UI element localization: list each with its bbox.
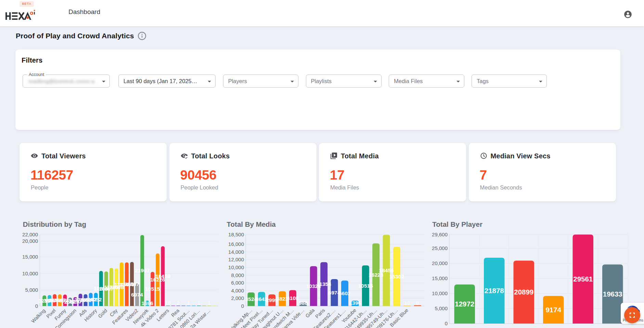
svg-text:11354: 11354	[317, 281, 332, 287]
svg-text:19633: 19633	[603, 290, 622, 298]
svg-text:Gold: Gold	[97, 308, 108, 319]
svg-text:18456: 18456	[379, 267, 394, 273]
svg-text:3642: 3642	[256, 296, 267, 302]
svg-text:20899: 20899	[514, 288, 533, 296]
svg-text:18459: 18459	[155, 273, 170, 279]
svg-text:10515: 10515	[358, 283, 373, 289]
svg-text:10,000: 10,000	[22, 271, 38, 276]
svg-text:6,000: 6,000	[231, 280, 244, 286]
svg-text:21878: 21878	[485, 287, 504, 294]
svg-text:10,000: 10,000	[228, 264, 244, 270]
svg-text:0: 0	[445, 320, 448, 326]
svg-text:1: 1	[197, 300, 201, 306]
svg-text:15,000: 15,000	[22, 254, 38, 260]
svg-text:Distribution by Tag: Distribution by Tag	[23, 220, 86, 228]
svg-text:2: 2	[177, 300, 180, 306]
svg-text:10: 10	[404, 300, 410, 306]
svg-text:13587: 13587	[125, 281, 139, 287]
svg-text:1696: 1696	[141, 300, 153, 306]
svg-text:6974: 6974	[131, 292, 143, 298]
svg-text:Gala: Gala	[304, 307, 316, 319]
svg-text:12972: 12972	[455, 300, 474, 308]
svg-text:29,600: 29,600	[432, 232, 448, 237]
svg-text:15,000: 15,000	[432, 275, 448, 281]
svg-text:15302: 15302	[389, 274, 404, 279]
svg-text:10,000: 10,000	[432, 290, 448, 296]
svg-text:5,000: 5,000	[25, 287, 38, 293]
svg-text:20,000: 20,000	[22, 238, 38, 244]
svg-text:5,000: 5,000	[435, 305, 448, 311]
svg-text:0: 0	[35, 303, 38, 309]
svg-text:16,000: 16,000	[228, 241, 244, 247]
svg-text:4108: 4108	[287, 295, 299, 301]
svg-text:2,000: 2,000	[231, 295, 244, 301]
svg-text:20,000: 20,000	[432, 260, 448, 266]
svg-text:25,000: 25,000	[432, 245, 448, 251]
svg-text:12,000: 12,000	[228, 257, 244, 262]
svg-text:Walking: Walking	[30, 308, 46, 324]
svg-text:Total By Media: Total By Media	[227, 220, 276, 228]
svg-text:18,500: 18,500	[228, 232, 244, 237]
svg-text:29561: 29561	[573, 275, 593, 283]
svg-text:9174: 9174	[545, 306, 561, 314]
svg-text:10: 10	[165, 300, 171, 306]
svg-text:1: 1	[187, 300, 190, 306]
svg-text:1: 1	[208, 300, 211, 306]
svg-text:Total By Player: Total By Player	[432, 220, 482, 228]
svg-text:21907: 21907	[135, 267, 150, 273]
svg-text:4,000: 4,000	[231, 288, 244, 293]
svg-text:988: 988	[299, 300, 308, 306]
svg-text:22,000: 22,000	[22, 232, 38, 237]
svg-text:4052: 4052	[90, 297, 102, 302]
svg-text:8,000: 8,000	[231, 272, 244, 278]
svg-text:0: 0	[416, 300, 419, 306]
svg-text:1396: 1396	[349, 300, 361, 306]
svg-text:0: 0	[241, 303, 244, 309]
svg-text:6602: 6602	[339, 290, 350, 296]
svg-text:10515: 10515	[145, 286, 160, 292]
svg-text:14,000: 14,000	[228, 249, 244, 255]
